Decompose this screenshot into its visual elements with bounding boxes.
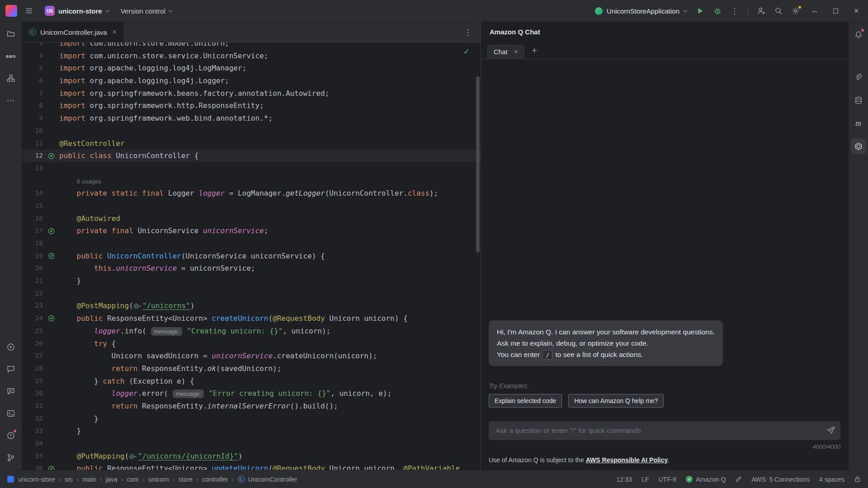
line-number[interactable]: 13 [22, 162, 43, 175]
code-line-5[interactable]: 5import org.apache.logging.log4j.LogMana… [22, 62, 481, 75]
request-mapping-globe-icon[interactable] [129, 452, 138, 460]
code-line-30[interactable]: 30 logger.error( message: "Error creatin… [22, 387, 481, 400]
line-number[interactable]: 16 [22, 212, 43, 225]
line-number[interactable]: 19 [22, 250, 43, 263]
encoding-widget[interactable]: UTF-8 [658, 476, 676, 483]
close-button[interactable]: × [846, 1, 866, 20]
code-with-me-button[interactable] [753, 4, 769, 18]
line-number[interactable]: 12 [22, 150, 43, 162]
breadcrumb-item[interactable]: java [106, 476, 118, 483]
code-line-4[interactable]: 4import com.unicorn.store.service.Unicor… [22, 50, 481, 62]
line-number[interactable]: 6 [22, 75, 43, 87]
line-number[interactable]: 31 [22, 400, 43, 413]
code-line-6[interactable]: 6import org.apache.logging.log4j.Logger; [22, 75, 481, 87]
breadcrumb-item[interactable]: UnicornController [248, 476, 297, 483]
indent-widget[interactable]: 4 spaces [819, 476, 844, 483]
breadcrumb-item[interactable]: main [82, 476, 96, 483]
request-mapping-globe-icon[interactable] [133, 301, 142, 310]
maximize-button[interactable] [826, 1, 845, 20]
line-number[interactable]: 25 [22, 325, 43, 338]
sidebar-item-amazon-q[interactable] [851, 139, 866, 154]
sidebar-item-services[interactable] [3, 339, 19, 355]
line-number[interactable]: 34 [22, 437, 43, 450]
code-line-33[interactable]: 33 } [22, 425, 481, 437]
sidebar-item-chat[interactable] [3, 361, 19, 377]
inspections-ok-icon[interactable]: ✓ [463, 47, 470, 56]
code-line-11[interactable]: 11@RestController [22, 137, 481, 150]
sidebar-item-comments[interactable] [3, 384, 19, 399]
line-number[interactable]: 14 [22, 187, 43, 200]
close-tab-icon[interactable]: × [514, 48, 518, 56]
line-number[interactable]: 3 [22, 42, 43, 50]
line-number[interactable]: 11 [22, 137, 43, 150]
line-number[interactable]: 24 [22, 312, 43, 325]
breadcrumb-item[interactable]: store [179, 476, 193, 483]
code-line-13[interactable]: 13 [22, 162, 481, 175]
debug-button[interactable] [709, 4, 726, 18]
code-line-3[interactable]: 3import com.unicorn.store.model.Unicorn; [22, 42, 481, 50]
sidebar-item-version-control[interactable] [3, 450, 19, 465]
project-widget[interactable]: US unicorn-store [41, 4, 113, 18]
breadcrumb-item[interactable]: unicorn [148, 476, 169, 483]
line-number[interactable]: 9 [22, 112, 43, 125]
code-line-18[interactable]: 18 [22, 237, 481, 250]
breadcrumb-item[interactable]: controller [202, 476, 228, 483]
line-ending-widget[interactable]: LF [642, 476, 649, 483]
tab-chat[interactable]: Chat × [487, 45, 524, 59]
line-number[interactable]: 4 [22, 50, 43, 62]
sidebar-item-database[interactable] [851, 93, 866, 108]
code-line-inlay[interactable]: 8 usages [22, 175, 481, 188]
code-line-14[interactable]: 14 private static final Logger logger = … [22, 187, 481, 200]
line-number[interactable]: 27 [22, 350, 43, 362]
example-button-1[interactable]: Explain selected code [489, 394, 562, 408]
sidebar-item-maven[interactable]: m [851, 116, 866, 131]
code-line-12[interactable]: 12public class UnicornController { [22, 150, 481, 162]
send-button[interactable] [826, 425, 836, 436]
code-line-19[interactable]: 19 public UnicornController(UnicornServi… [22, 250, 481, 263]
line-number[interactable]: 5 [22, 62, 43, 75]
minimize-button[interactable]: – [805, 1, 825, 20]
code-line-8[interactable]: 8import org.springframework.http.Respons… [22, 99, 481, 112]
line-number[interactable]: 8 [22, 99, 43, 112]
code-line-17[interactable]: 17 private final UnicornService unicornS… [22, 225, 481, 237]
sidebar-item-terminal[interactable] [3, 406, 19, 421]
code-line-10[interactable]: 10 [22, 125, 481, 137]
sidebar-item-structure[interactable] [3, 70, 19, 86]
example-button-2[interactable]: How can Amazon Q help me? [568, 394, 664, 408]
line-number[interactable]: 22 [22, 287, 43, 300]
spring-bean-gutter-icon[interactable] [43, 250, 59, 263]
chat-input[interactable] [489, 421, 840, 440]
settings-button[interactable] [788, 4, 804, 18]
spring-bean-gutter-icon[interactable] [43, 225, 59, 237]
code-line-15[interactable]: 15 [22, 200, 481, 212]
code-line-9[interactable]: 9import org.springframework.web.bind.ann… [22, 112, 481, 125]
amazon-q-status-widget[interactable]: ✓ Amazon Q [686, 476, 726, 483]
spring-bean-gutter-icon[interactable] [43, 312, 59, 325]
code-line-24[interactable]: 24 public ResponseEntity<Unicorn> create… [22, 312, 481, 325]
code-line-35[interactable]: 35 @PutMapping("/unicorns/{unicornId}") [22, 450, 481, 463]
main-menu-button[interactable] [21, 4, 37, 18]
code-line-20[interactable]: 20 this.unicornService = unicornService; [22, 262, 481, 275]
run-configuration-selector[interactable]: UnicornStoreApplication [590, 4, 691, 18]
breadcrumb-item[interactable]: src [65, 476, 73, 483]
line-number[interactable]: 21 [22, 275, 43, 287]
code-line-32[interactable]: 32 } [22, 413, 481, 425]
line-number[interactable]: 26 [22, 338, 43, 350]
vcs-widget[interactable]: Version control [117, 4, 176, 18]
line-number[interactable]: 32 [22, 413, 43, 425]
sidebar-item-aws-toolkit[interactable]: aws [3, 48, 19, 64]
code-line-36[interactable]: 36 public ResponseEntity<Unicorn> update… [22, 462, 481, 470]
code-line-34[interactable]: 34 [22, 437, 481, 450]
code-line-16[interactable]: 16 @Autowired [22, 212, 481, 225]
aws-connections-widget[interactable]: AWS: 5 Connections [751, 476, 810, 483]
responsible-ai-policy-link[interactable]: AWS Responsible AI Policy [586, 456, 668, 464]
code-line-21[interactable]: 21 } [22, 275, 481, 287]
sidebar-item-project[interactable] [3, 26, 19, 42]
cursor-position-widget[interactable]: 12:33 [616, 476, 632, 483]
code-line-29[interactable]: 29 } catch (Exception e) { [22, 375, 481, 388]
editor-scrollbar[interactable] [476, 76, 480, 253]
spring-bean-gutter-icon[interactable] [43, 462, 59, 470]
code-line-22[interactable]: 22 [22, 287, 481, 300]
line-number[interactable]: 33 [22, 425, 43, 437]
line-number[interactable]: 20 [22, 262, 43, 275]
